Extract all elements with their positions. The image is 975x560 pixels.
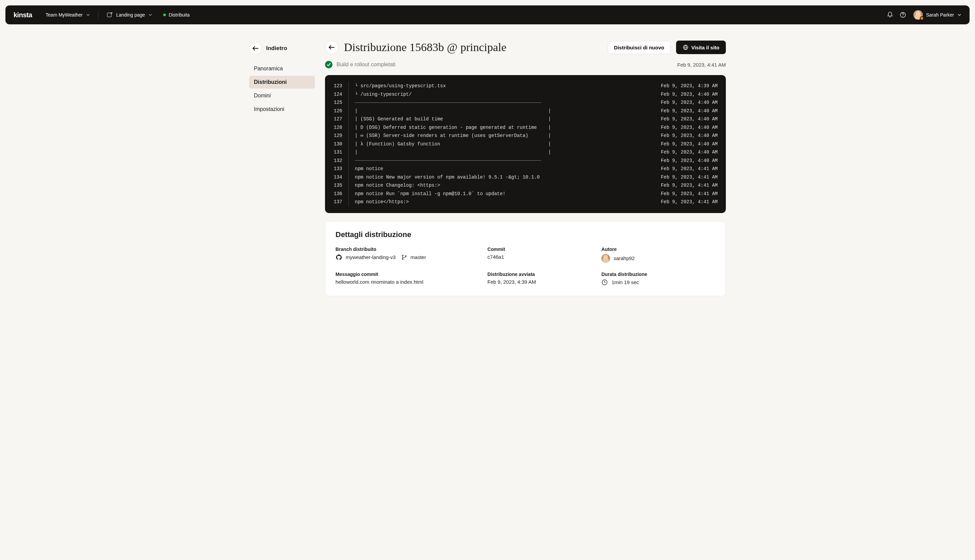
log-timestamp: Feb 9, 2023, 4:40 AM bbox=[654, 123, 718, 132]
log-text: npm notice New major version of npm avai… bbox=[349, 173, 654, 182]
branch-label: Branch distribuito bbox=[336, 247, 487, 252]
line-number: 125 bbox=[333, 98, 349, 107]
author-label: Autore bbox=[601, 247, 715, 252]
log-row: 123└ src/pages/using-typescript.tsxFeb 9… bbox=[333, 82, 718, 90]
log-row: 126| |Feb 9, 2023, 4:40 AM bbox=[333, 107, 718, 115]
notifications-button[interactable] bbox=[884, 8, 896, 21]
status-row: Build e rollout completati Feb 9, 2023, … bbox=[325, 61, 726, 68]
page-back-button[interactable] bbox=[325, 41, 339, 54]
log-row: 130| λ (Function) Gatsby function |Feb 9… bbox=[333, 140, 718, 148]
log-text: └ /using-typescript/ bbox=[349, 90, 654, 99]
commit-msg: helloworld.com rinominato a index.html bbox=[336, 279, 487, 285]
page-title: Distribuzione 15683b @ principale bbox=[344, 41, 602, 54]
build-status-date: Feb 9, 2023, 4:41 AM bbox=[677, 62, 726, 68]
log-row: 134npm notice New major version of npm a… bbox=[333, 173, 718, 182]
arrow-left-icon bbox=[329, 45, 335, 50]
author-name: sarahp92 bbox=[614, 255, 635, 261]
log-row: 133npm noticeFeb 9, 2023, 4:41 AM bbox=[333, 165, 718, 173]
log-text: npm notice Run `npm install -g npm@10.1.… bbox=[349, 190, 654, 198]
svg-point-6 bbox=[405, 255, 406, 256]
brand-logo[interactable]: kinsta bbox=[13, 11, 32, 19]
line-number: 137 bbox=[333, 198, 349, 206]
divider bbox=[98, 11, 99, 19]
team-selector[interactable]: Team MyWeather bbox=[42, 10, 94, 20]
user-menu[interactable]: Sarah Parker bbox=[913, 10, 962, 20]
help-button[interactable] bbox=[896, 8, 909, 21]
redeploy-button[interactable]: Distribuisci di nuovo bbox=[608, 41, 671, 54]
check-circle-icon bbox=[325, 61, 333, 68]
svg-point-4 bbox=[402, 255, 403, 256]
visit-label: Visita il sito bbox=[691, 45, 719, 50]
log-row: 127| (SSG) Generated at build time |Feb … bbox=[333, 115, 718, 123]
log-timestamp: Feb 9, 2023, 4:40 AM bbox=[654, 148, 718, 157]
sidebar-item[interactable]: Panoramica bbox=[249, 62, 315, 75]
log-text: | | bbox=[349, 107, 654, 115]
line-number: 130 bbox=[333, 140, 349, 148]
log-row: 132Feb 9, 2023, 4:40 AM bbox=[333, 157, 718, 165]
log-row: 125Feb 9, 2023, 4:40 AM bbox=[333, 98, 718, 107]
line-number: 131 bbox=[333, 148, 349, 157]
commit-msg-label: Messaggio commit bbox=[336, 272, 487, 277]
line-number: 135 bbox=[333, 181, 349, 190]
back-label: Indietro bbox=[266, 45, 287, 52]
log-timestamp: Feb 9, 2023, 4:40 AM bbox=[654, 107, 718, 115]
branch-name: master bbox=[411, 254, 426, 260]
line-number: 133 bbox=[333, 165, 349, 173]
log-text: | ∞ (SSR) Server-side renders at runtime… bbox=[349, 132, 654, 140]
site-icon bbox=[107, 12, 113, 18]
commit-hash: c746a1 bbox=[487, 254, 602, 260]
log-row: 136npm notice Run `npm install -g npm@10… bbox=[333, 190, 718, 198]
divider bbox=[355, 160, 541, 161]
branch-icon bbox=[401, 254, 407, 260]
log-timestamp: Feb 9, 2023, 4:40 AM bbox=[654, 157, 718, 165]
sidebar: Indietro PanoramicaDistribuzioniDominiIm… bbox=[249, 30, 315, 296]
github-icon bbox=[336, 254, 342, 261]
help-icon bbox=[900, 12, 906, 18]
line-number: 124 bbox=[333, 90, 349, 99]
build-log[interactable]: 123└ src/pages/using-typescript.tsxFeb 9… bbox=[325, 75, 726, 213]
globe-icon bbox=[682, 44, 689, 50]
log-text: | (SSG) Generated at build time | bbox=[349, 115, 654, 123]
log-timestamp: Feb 9, 2023, 4:40 AM bbox=[654, 140, 718, 148]
log-text bbox=[349, 160, 654, 161]
site-selector[interactable]: Landing page bbox=[102, 9, 156, 21]
log-text: └ src/pages/using-typescript.tsx bbox=[349, 82, 654, 90]
duration-value: 1min 19 sec bbox=[611, 279, 639, 285]
log-row: 135npm notice Changelog: <https:>Feb 9, … bbox=[333, 181, 718, 190]
chevron-down-icon bbox=[148, 13, 152, 17]
log-timestamp: Feb 9, 2023, 4:41 AM bbox=[654, 181, 718, 190]
repo-name: myweather-landing-v3 bbox=[346, 254, 396, 260]
visit-site-button[interactable]: Visita il sito bbox=[676, 41, 726, 54]
line-number: 132 bbox=[333, 157, 349, 165]
avatar-badge-icon bbox=[920, 16, 924, 20]
main-content: Distribuzione 15683b @ principale Distri… bbox=[325, 30, 726, 296]
divider bbox=[355, 102, 541, 103]
details-title: Dettagli distribuzione bbox=[336, 230, 715, 239]
arrow-left-icon bbox=[249, 42, 262, 55]
log-timestamp: Feb 9, 2023, 4:41 AM bbox=[654, 190, 718, 198]
deploy-status: Distribuita bbox=[163, 12, 190, 18]
log-text: npm notice Changelog: <https:> bbox=[349, 181, 654, 190]
log-row: 129| ∞ (SSR) Server-side renders at runt… bbox=[333, 132, 718, 140]
line-number: 126 bbox=[333, 107, 349, 115]
build-status-text: Build e rollout completati bbox=[336, 62, 673, 68]
line-number: 136 bbox=[333, 190, 349, 198]
log-timestamp: Feb 9, 2023, 4:41 AM bbox=[654, 198, 718, 206]
started-label: Distribuzione avviata bbox=[487, 272, 602, 277]
log-timestamp: Feb 9, 2023, 4:40 AM bbox=[654, 90, 718, 99]
line-number: 123 bbox=[333, 82, 349, 90]
avatar bbox=[601, 254, 610, 263]
log-timestamp: Feb 9, 2023, 4:39 AM bbox=[654, 82, 718, 90]
log-text: | λ (Function) Gatsby function | bbox=[349, 140, 654, 148]
log-text bbox=[349, 102, 654, 103]
log-text: npm notice bbox=[349, 165, 654, 173]
details-card: Dettagli distribuzione Branch distribuit… bbox=[325, 221, 726, 296]
sidebar-item[interactable]: Distribuzioni bbox=[249, 76, 315, 88]
status-label: Distribuita bbox=[169, 12, 190, 18]
back-link[interactable]: Indietro bbox=[249, 42, 315, 55]
sidebar-item[interactable]: Impostazioni bbox=[249, 103, 315, 116]
sidebar-item[interactable]: Domini bbox=[249, 89, 315, 102]
log-timestamp: Feb 9, 2023, 4:41 AM bbox=[654, 165, 718, 173]
chevron-down-icon bbox=[86, 13, 90, 17]
topbar: kinsta Team MyWeather Landing page Distr… bbox=[5, 5, 970, 24]
